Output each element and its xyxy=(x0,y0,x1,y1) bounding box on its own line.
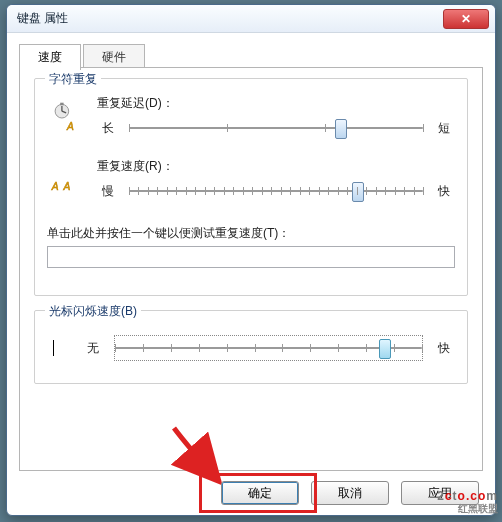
svg-text:A: A xyxy=(63,180,71,191)
tab-page-speed: 字符重复 A 重复延迟(D)： xyxy=(19,67,483,471)
group-char-repeat: 字符重复 A 重复延迟(D)： xyxy=(34,78,468,296)
rate-slider[interactable] xyxy=(129,179,423,203)
svg-rect-3 xyxy=(60,102,63,105)
dialog-button-bar: 确定 取消 应用 xyxy=(221,481,479,505)
tab-speed[interactable]: 速度 xyxy=(19,44,81,70)
delay-min-label: 长 xyxy=(97,120,119,137)
group-cursor-blink-legend: 光标闪烁速度(B) xyxy=(45,303,141,320)
tab-strip: 速度 硬件 xyxy=(19,43,483,67)
close-icon: ✕ xyxy=(461,13,471,25)
apply-button-label: 应用 xyxy=(428,485,452,502)
delay-label: 重复延迟(D)： xyxy=(97,95,455,112)
cancel-button-label: 取消 xyxy=(338,485,362,502)
tab-hardware-label: 硬件 xyxy=(102,50,126,64)
repeat-test-input[interactable] xyxy=(47,246,455,268)
rate-min-label: 慢 xyxy=(97,183,119,200)
cursor-preview-icon xyxy=(53,340,54,356)
client-area: 速度 硬件 字符重复 A xyxy=(7,33,495,515)
rate-label: 重复速度(R)： xyxy=(97,158,455,175)
keyboard-properties-dialog: 键盘 属性 ✕ 速度 硬件 字符重复 xyxy=(6,4,496,516)
group-cursor-blink: 光标闪烁速度(B) 无 快 xyxy=(34,310,468,384)
row-delay: A 重复延迟(D)： 长 短 xyxy=(47,95,455,140)
delay-slider[interactable] xyxy=(129,116,423,140)
tab-speed-label: 速度 xyxy=(38,50,62,64)
close-button[interactable]: ✕ xyxy=(443,9,489,29)
group-char-repeat-legend: 字符重复 xyxy=(45,71,101,88)
blink-max-label: 快 xyxy=(433,340,455,357)
test-label: 单击此处并按住一个键以便测试重复速度(T)： xyxy=(47,225,455,242)
double-a-icon: A A xyxy=(47,164,87,198)
svg-text:A: A xyxy=(66,120,74,131)
ok-button-label: 确定 xyxy=(248,485,272,502)
row-rate: A A 重复速度(R)： 慢 快 xyxy=(47,158,455,203)
blink-slider[interactable] xyxy=(114,335,423,361)
stopwatch-a-icon: A xyxy=(47,101,87,135)
delay-max-label: 短 xyxy=(433,120,455,137)
titlebar[interactable]: 键盘 属性 ✕ xyxy=(7,5,495,33)
rate-slider-thumb[interactable] xyxy=(352,182,364,202)
apply-button[interactable]: 应用 xyxy=(401,481,479,505)
blink-min-label: 无 xyxy=(82,340,104,357)
cancel-button[interactable]: 取消 xyxy=(311,481,389,505)
blink-slider-thumb[interactable] xyxy=(379,339,391,359)
ok-button[interactable]: 确定 xyxy=(221,481,299,505)
window-title: 键盘 属性 xyxy=(17,10,68,27)
svg-text:A: A xyxy=(51,180,59,191)
delay-slider-thumb[interactable] xyxy=(335,119,347,139)
rate-max-label: 快 xyxy=(433,183,455,200)
